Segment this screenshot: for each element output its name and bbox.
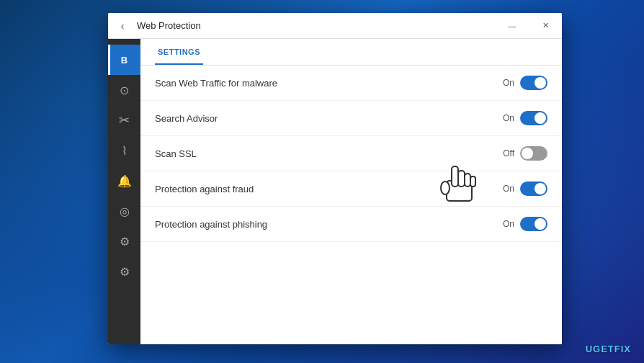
toggle-knob-search-advisor: [535, 112, 546, 124]
row-protection-phishing: Protection against phishing On: [140, 207, 562, 242]
identity-icon: ◎: [120, 205, 130, 218]
analytics-icon: ⌇: [122, 144, 128, 158]
label-scan-web-traffic: Scan Web Traffic for malware: [155, 78, 503, 89]
tools-icon: ✂: [119, 112, 130, 128]
watermark-prefix: UG: [586, 344, 601, 354]
window-body: B ⊙ ✂ ⌇ 🔔 ◎ ⚙ ⚙: [108, 39, 562, 344]
toggle-protection-fraud[interactable]: [520, 182, 547, 196]
close-button[interactable]: ✕: [529, 13, 562, 39]
minimize-button[interactable]: —: [496, 13, 529, 39]
sidebar-item-bell[interactable]: 🔔: [108, 166, 140, 196]
sidebar-item-gear[interactable]: ⚙: [108, 226, 140, 256]
toggle-knob-scan-web-traffic: [535, 77, 546, 89]
settings-list: Scan Web Traffic for malware On Search A…: [140, 66, 562, 344]
row-scan-web-traffic: Scan Web Traffic for malware On: [140, 66, 562, 101]
tab-settings[interactable]: SETTINGS: [155, 39, 203, 65]
toggle-knob-protection-phishing: [535, 218, 546, 230]
app-window: ‹ Web Protection — ✕ B ⊙ ✂ ⌇ 🔔: [108, 13, 562, 344]
watermark-suffix: FIX: [614, 344, 631, 354]
status-search-advisor: On: [503, 113, 514, 123]
window-title: Web Protection: [137, 20, 496, 31]
status-protection-phishing: On: [503, 219, 514, 229]
controls-search-advisor: On: [503, 111, 547, 125]
controls-protection-phishing: On: [503, 217, 547, 231]
toggle-scan-ssl[interactable]: [520, 146, 547, 161]
gear2-icon: ⚙: [120, 265, 130, 279]
sidebar-item-identity[interactable]: ◎: [108, 196, 140, 226]
main-content: SETTINGS Scan Web Traffic for malware On…: [140, 39, 562, 344]
watermark-highlight: ET: [601, 344, 614, 354]
bell-icon: 🔔: [117, 174, 132, 188]
eye-icon: ⊙: [120, 84, 129, 97]
watermark: UGETFIX: [586, 344, 631, 354]
toggle-knob-scan-ssl: [522, 148, 533, 159]
toggle-scan-web-traffic[interactable]: [520, 76, 547, 90]
label-protection-fraud: Protection against fraud: [155, 184, 503, 194]
tabs: SETTINGS: [140, 39, 562, 66]
toggle-protection-phishing[interactable]: [520, 217, 547, 231]
sidebar-item-eye[interactable]: ⊙: [108, 75, 140, 105]
row-search-advisor: Search Advisor On: [140, 101, 562, 136]
status-scan-ssl: Off: [503, 148, 514, 158]
sidebar-item-analytics[interactable]: ⌇: [108, 135, 140, 166]
window-controls: — ✕: [496, 13, 562, 39]
toggle-search-advisor[interactable]: [520, 111, 547, 125]
controls-scan-web-traffic: On: [503, 76, 547, 90]
status-scan-web-traffic: On: [503, 78, 514, 88]
sidebar-item-tools[interactable]: ✂: [108, 105, 140, 135]
sidebar-item-gear2[interactable]: ⚙: [108, 256, 140, 287]
gear-icon: ⚙: [120, 235, 130, 248]
label-search-advisor: Search Advisor: [155, 113, 503, 124]
label-scan-ssl: Scan SSL: [155, 148, 503, 159]
title-bar: ‹ Web Protection — ✕: [108, 13, 562, 39]
sidebar-item-shield[interactable]: B: [108, 45, 140, 75]
label-protection-phishing: Protection against phishing: [155, 219, 503, 230]
row-scan-ssl: Scan SSL Off: [140, 136, 562, 171]
shield-icon: B: [121, 55, 128, 66]
sidebar: B ⊙ ✂ ⌇ 🔔 ◎ ⚙ ⚙: [108, 39, 140, 344]
controls-scan-ssl: Off: [503, 146, 547, 161]
toggle-knob-protection-fraud: [535, 183, 546, 194]
status-protection-fraud: On: [503, 184, 514, 194]
controls-protection-fraud: On: [503, 182, 547, 196]
back-button[interactable]: ‹: [108, 20, 137, 32]
row-protection-fraud: Protection against fraud On: [140, 171, 562, 207]
